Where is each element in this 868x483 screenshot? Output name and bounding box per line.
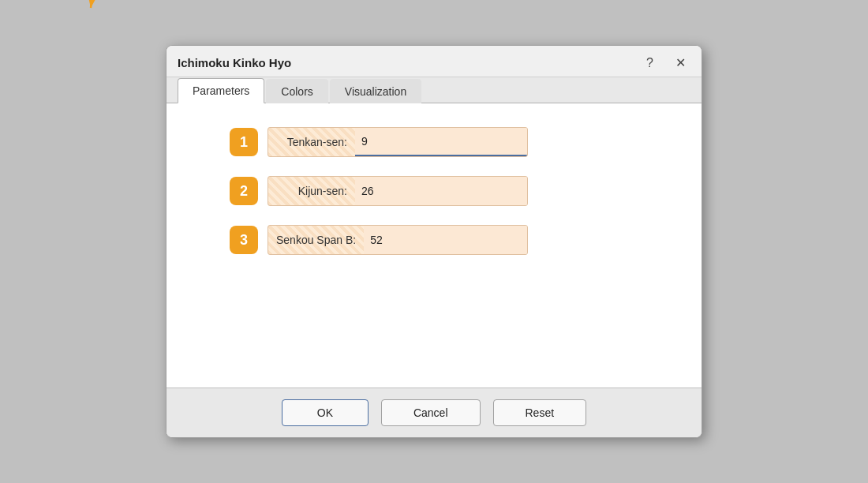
title-bar: Ichimoku Kinko Hyo ? ✕ [166, 46, 702, 77]
parameters-content: 1 Tenkan-sen: 2 Kijun-sen: 3 Senkou Spa [166, 103, 702, 388]
title-bar-right: ? ✕ [642, 54, 690, 72]
badge-1: 1 [230, 128, 258, 156]
dialog-title: Ichimoku Kinko Hyo [178, 56, 291, 69]
label-kijun: Kijun-sen: [268, 185, 355, 197]
input-kijun[interactable] [355, 177, 527, 205]
param-row-3: 3 Senkou Span B: [230, 225, 678, 255]
cancel-button[interactable]: Cancel [381, 399, 481, 426]
tab-colors[interactable]: Colors [266, 79, 327, 103]
label-senkou: Senkou Span B: [268, 234, 364, 246]
help-button[interactable]: ? [642, 54, 658, 72]
input-senkou[interactable] [364, 226, 527, 254]
input-wrap-senkou [364, 226, 527, 254]
input-wrap-tenkan [355, 128, 527, 156]
param-field-tenkan: Tenkan-sen: [268, 127, 528, 157]
param-field-senkou: Senkou Span B: [268, 225, 528, 255]
badge-2: 2 [230, 177, 258, 205]
ok-button[interactable]: OK [282, 399, 369, 426]
param-row-2: 2 Kijun-sen: [230, 176, 678, 206]
badge-3: 3 [230, 226, 258, 254]
input-wrap-kijun [355, 177, 527, 205]
input-tenkan[interactable] [355, 128, 527, 156]
reset-button[interactable]: Reset [493, 399, 587, 426]
tab-parameters[interactable]: Parameters [178, 78, 264, 103]
tab-visualization[interactable]: Visualization [330, 79, 421, 103]
param-row-1: 1 Tenkan-sen: [230, 127, 678, 157]
param-field-kijun: Kijun-sen: [268, 176, 528, 206]
close-button[interactable]: ✕ [671, 54, 690, 72]
dialog: Ichimoku Kinko Hyo ? ✕ Parameters Colors… [166, 45, 702, 438]
tabs-row: Parameters Colors Visualization [166, 77, 702, 103]
title-bar-left: Ichimoku Kinko Hyo [178, 56, 291, 69]
footer: OK Cancel Reset [166, 388, 702, 437]
label-tenkan: Tenkan-sen: [268, 136, 355, 148]
